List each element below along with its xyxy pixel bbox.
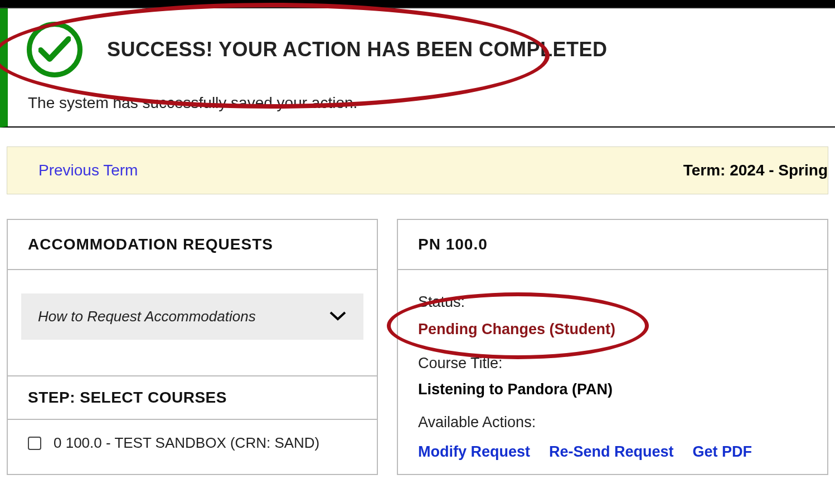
course-title-label: Course Title: — [418, 355, 807, 372]
modify-request-link[interactable]: Modify Request — [418, 443, 530, 461]
term-bar: Previous Term Term: 2024 - Spring — [7, 146, 828, 194]
previous-term-link[interactable]: Previous Term — [38, 162, 138, 179]
top-black-bar — [0, 0, 835, 7]
available-actions-label: Available Actions: — [418, 414, 807, 431]
get-pdf-link[interactable]: Get PDF — [693, 443, 753, 461]
success-banner: SUCCESS! YOUR ACTION HAS BEEN COMPLETED … — [0, 8, 835, 128]
course-detail-panel: PN 100.0 Status: Pending Changes (Studen… — [397, 219, 828, 475]
how-to-request-accordion[interactable]: How to Request Accommodations — [21, 293, 363, 340]
banner-title: SUCCESS! YOUR ACTION HAS BEEN COMPLETED — [107, 38, 608, 61]
accommodation-requests-panel: ACCOMMODATION REQUESTS How to Request Ac… — [7, 219, 378, 475]
course-detail-header: PN 100.0 — [398, 220, 827, 270]
course-detail-body: Status: Pending Changes (Student) Course… — [398, 270, 827, 474]
resend-request-link[interactable]: Re-Send Request — [549, 443, 674, 461]
course-checkbox[interactable] — [28, 437, 41, 450]
action-links: Modify Request Re-Send Request Get PDF — [418, 443, 807, 461]
status-label: Status: — [418, 293, 807, 311]
course-option-row: 0 100.0 - TEST SANDBOX (CRN: SAND) — [8, 420, 377, 452]
accordion-title: How to Request Accommodations — [38, 308, 256, 325]
columns: ACCOMMODATION REQUESTS How to Request Ac… — [7, 219, 828, 475]
course-option-label: 0 100.0 - TEST SANDBOX (CRN: SAND) — [54, 434, 319, 452]
step-select-courses-header: STEP: SELECT COURSES — [8, 375, 377, 420]
chevron-down-icon — [329, 310, 347, 324]
accommodation-requests-header: ACCOMMODATION REQUESTS — [8, 220, 377, 270]
status-value: Pending Changes (Student) — [418, 321, 807, 338]
banner-row: SUCCESS! YOUR ACTION HAS BEEN COMPLETED — [27, 22, 818, 77]
course-title-value: Listening to Pandora (PAN) — [418, 381, 807, 398]
term-label: Term: 2024 - Spring — [683, 162, 828, 179]
check-circle-icon — [27, 22, 82, 77]
banner-subtext: The system has successfully saved your a… — [27, 94, 818, 112]
